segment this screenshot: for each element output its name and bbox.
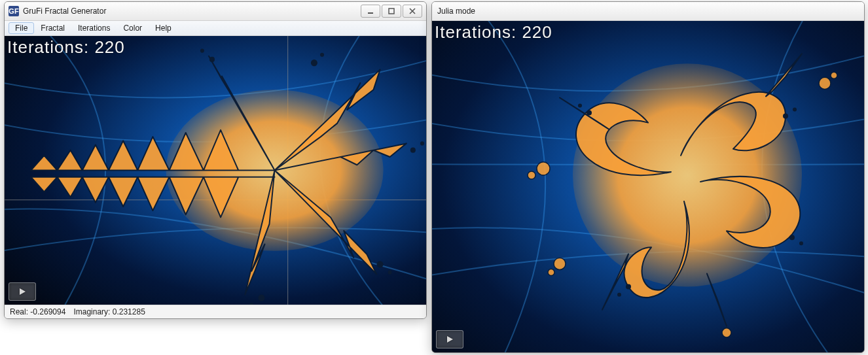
svg-marker-36: [447, 336, 453, 343]
svg-point-31: [799, 241, 803, 245]
svg-point-9: [320, 53, 324, 57]
svg-point-33: [617, 293, 621, 297]
svg-point-16: [410, 148, 416, 153]
window-title: GruFi Fractal Generator: [23, 7, 361, 16]
svg-point-15: [200, 49, 204, 53]
app-icon: GF: [9, 6, 19, 16]
svg-point-32: [626, 284, 631, 290]
play-icon: [445, 335, 454, 344]
close-button[interactable]: [403, 5, 422, 18]
svg-point-28: [783, 114, 788, 119]
svg-point-34: [587, 110, 592, 116]
svg-point-8: [311, 59, 317, 66]
main-window: GF GruFi Fractal Generator File: [4, 1, 427, 319]
svg-point-26: [831, 72, 837, 78]
status-imaginary: Imaginary: 0.231285: [73, 307, 145, 316]
svg-point-14: [209, 57, 215, 62]
menu-fractal[interactable]: Fractal: [34, 22, 71, 34]
window-title: Julia mode: [436, 7, 860, 16]
svg-point-21: [537, 162, 550, 175]
menu-help[interactable]: Help: [149, 22, 178, 34]
menu-color[interactable]: Color: [117, 22, 149, 34]
fractal-render-mandelbrot: [5, 36, 426, 305]
svg-point-25: [819, 77, 831, 89]
svg-point-17: [420, 141, 424, 145]
menubar: File Fractal Iterations Color Help: [5, 21, 426, 36]
svg-marker-18: [20, 288, 26, 295]
minimize-icon: [367, 8, 374, 14]
minimize-button[interactable]: [361, 5, 380, 18]
svg-point-35: [578, 103, 582, 107]
svg-point-12: [258, 295, 264, 301]
svg-rect-1: [389, 8, 394, 14]
svg-point-29: [793, 108, 797, 112]
menu-iterations[interactable]: Iterations: [71, 22, 117, 34]
fractal-canvas-mandelbrot[interactable]: Iterations: 220: [5, 36, 426, 305]
svg-rect-0: [368, 12, 373, 14]
titlebar[interactable]: GF GruFi Fractal Generator: [5, 2, 426, 21]
close-icon: [409, 8, 416, 14]
iterations-overlay: Iterations: 220: [435, 22, 552, 42]
maximize-icon: [388, 8, 395, 14]
window-controls: [361, 5, 422, 18]
julia-window: Julia mode: [431, 1, 865, 353]
titlebar[interactable]: Julia mode: [432, 2, 864, 21]
play-icon: [18, 287, 27, 296]
svg-point-22: [528, 171, 535, 179]
svg-point-23: [554, 258, 566, 269]
iterations-overlay: Iterations: 220: [7, 37, 125, 58]
play-button[interactable]: [436, 330, 463, 348]
fractal-render-julia: [432, 21, 864, 352]
statusbar: Real: -0.269094 Imaginary: 0.231285: [5, 305, 426, 318]
svg-point-10: [377, 261, 384, 267]
svg-point-11: [388, 271, 392, 275]
svg-point-30: [789, 235, 795, 240]
maximize-button[interactable]: [382, 5, 401, 18]
status-real: Real: -0.269094: [10, 307, 65, 316]
svg-point-24: [548, 269, 554, 275]
play-button[interactable]: [9, 282, 36, 301]
svg-point-27: [722, 328, 731, 337]
fractal-canvas-julia[interactable]: Iterations: 220: [432, 21, 864, 352]
menu-file[interactable]: File: [9, 22, 34, 34]
